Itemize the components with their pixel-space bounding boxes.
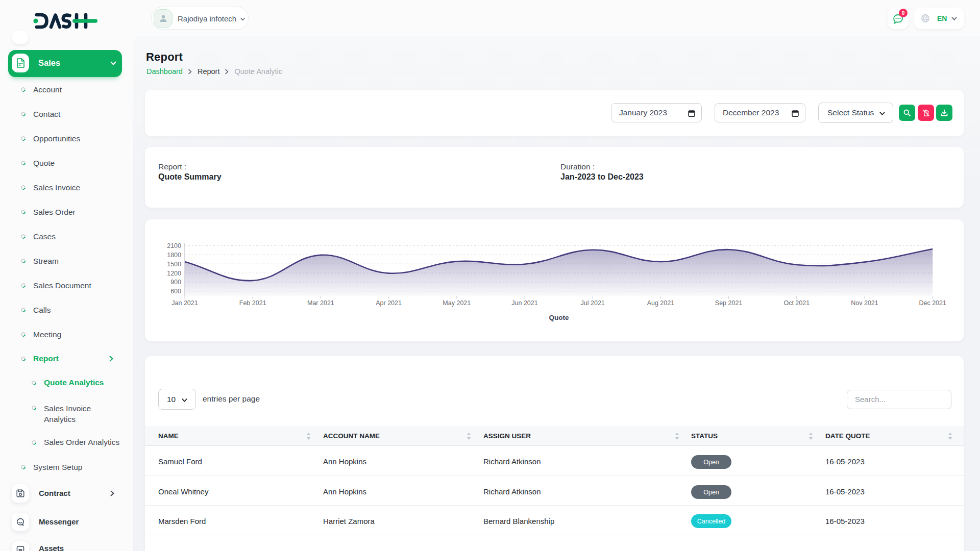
svg-text:Aug 2021: Aug 2021 — [647, 299, 675, 307]
svg-text:1200: 1200 — [167, 270, 181, 277]
svg-text:Jun 2021: Jun 2021 — [511, 299, 537, 307]
svg-text:1800: 1800 — [167, 252, 181, 259]
svg-text:Nov 2021: Nov 2021 — [851, 299, 878, 307]
svg-text:600: 600 — [170, 288, 181, 295]
svg-text:Feb 2021: Feb 2021 — [239, 299, 266, 307]
svg-text:Jan 2021: Jan 2021 — [172, 299, 198, 307]
svg-text:1500: 1500 — [167, 261, 181, 268]
svg-text:May 2021: May 2021 — [443, 299, 471, 307]
svg-text:Mar 2021: Mar 2021 — [307, 299, 334, 307]
svg-text:2100: 2100 — [167, 242, 181, 249]
svg-text:Sep 2021: Sep 2021 — [715, 299, 743, 307]
svg-text:Oct 2021: Oct 2021 — [783, 299, 810, 307]
svg-text:900: 900 — [170, 279, 181, 286]
svg-text:Jul 2021: Jul 2021 — [581, 299, 605, 307]
svg-text:Dec 2021: Dec 2021 — [919, 299, 946, 307]
svg-text:Apr 2021: Apr 2021 — [376, 299, 402, 307]
svg-text:Quote: Quote — [549, 314, 569, 321]
